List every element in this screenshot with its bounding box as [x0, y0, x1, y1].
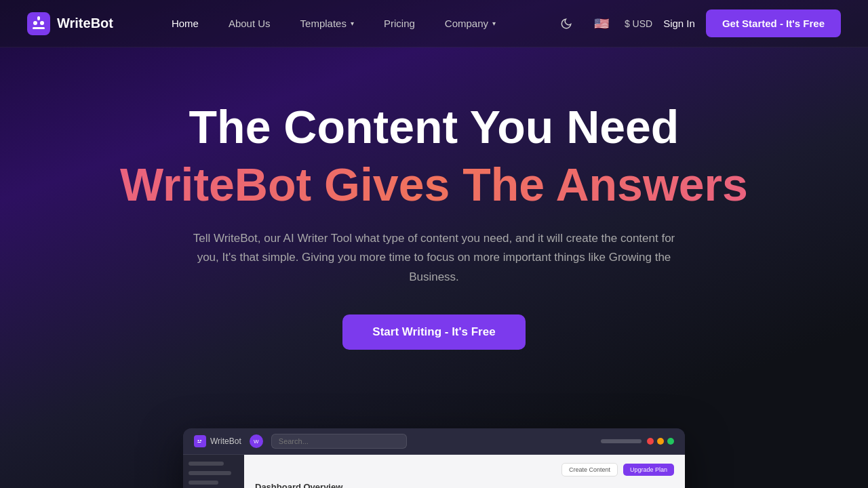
db-search-input[interactable]: [271, 434, 407, 449]
db-logo: WriteBot: [194, 435, 241, 447]
db-control-bar: [601, 439, 642, 443]
flag-icon: 🇺🇸: [594, 16, 609, 31]
svg-point-1: [33, 21, 37, 25]
logo-icon: [27, 12, 50, 35]
dashboard-topbar: WriteBot W: [183, 428, 685, 455]
start-writing-button[interactable]: Start Writing - It's Free: [342, 314, 525, 350]
db-user-avatar: W: [250, 434, 263, 448]
hero-title-line1: The Content You Need: [27, 102, 841, 152]
db-controls: [601, 438, 674, 445]
svg-point-5: [197, 440, 199, 441]
nav-item-pricing[interactable]: Pricing: [369, 12, 430, 35]
language-selector[interactable]: 🇺🇸: [589, 12, 614, 36]
nav-item-templates[interactable]: Templates ▾: [285, 12, 369, 35]
db-main-title: Dashboard Overview: [255, 482, 674, 488]
hero-description: Tell WriteBot, our AI Writer Tool what t…: [190, 229, 678, 288]
templates-chevron-icon: ▾: [351, 20, 354, 27]
signin-button[interactable]: Sign In: [663, 18, 695, 29]
nav-links: Home About Us Templates ▾ Pricing Compan…: [157, 12, 511, 35]
svg-rect-3: [33, 27, 45, 29]
db-upgrade-btn[interactable]: Upgrade Plan: [623, 464, 674, 476]
svg-rect-4: [37, 16, 40, 20]
logo[interactable]: WriteBot: [27, 12, 113, 35]
svg-rect-0: [27, 12, 50, 35]
db-dot-yellow: [657, 438, 664, 445]
currency-selector[interactable]: $ USD: [625, 18, 652, 29]
nav-item-about[interactable]: About Us: [214, 12, 285, 35]
db-sidebar-item: [189, 462, 224, 466]
hero-section: The Content You Need WriteBot Gives The …: [0, 47, 868, 377]
svg-point-2: [40, 21, 44, 25]
db-logo-icon: [194, 435, 206, 447]
nav-right: 🇺🇸 $ USD Sign In Get Started - It's Free: [554, 9, 841, 37]
db-sidebar-item: [189, 481, 218, 485]
db-dot-red: [647, 438, 654, 445]
brand-name: WriteBot: [57, 16, 113, 31]
db-main-content: Create Content Upgrade Plan Dashboard Ov…: [244, 455, 685, 488]
db-action-row: Create Content Upgrade Plan: [255, 463, 674, 476]
svg-point-6: [200, 440, 201, 441]
nav-item-company[interactable]: Company ▾: [430, 12, 511, 35]
hero-title-line2: WriteBot Gives The Answers: [27, 159, 841, 210]
dark-mode-toggle[interactable]: [554, 12, 578, 36]
company-chevron-icon: ▾: [492, 20, 496, 27]
nav-item-home[interactable]: Home: [157, 12, 214, 35]
db-sidebar-item: [189, 471, 231, 475]
svg-rect-7: [197, 442, 201, 443]
db-dot-green: [667, 438, 674, 445]
dashboard-preview: WriteBot W: [183, 428, 685, 488]
get-started-button[interactable]: Get Started - It's Free: [706, 9, 841, 37]
db-sidebar: [183, 455, 244, 488]
navbar: WriteBot Home About Us Templates ▾ Prici…: [0, 0, 868, 47]
db-create-content-btn[interactable]: Create Content: [561, 463, 618, 476]
dashboard-body: Create Content Upgrade Plan Dashboard Ov…: [183, 455, 685, 488]
